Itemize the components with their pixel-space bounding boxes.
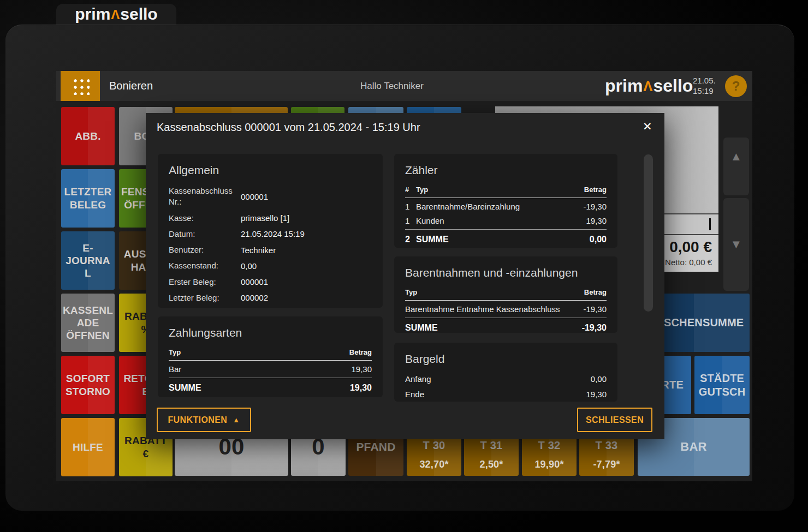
col-betrag: Betrag bbox=[584, 186, 607, 194]
row-label: Benutzer: bbox=[169, 244, 234, 255]
col-typ: Typ bbox=[416, 186, 584, 194]
info-row: Kasse: primasello [1] bbox=[169, 213, 372, 224]
app-header: Bonieren Hallo Techniker primΛsello 21.0… bbox=[56, 71, 752, 101]
logo-text-post: sello bbox=[653, 76, 693, 95]
panel-title: Zahlungsarten bbox=[169, 326, 372, 339]
dialog-title: Kassenabschluss 000001 vom 21.05.2024 - … bbox=[157, 121, 420, 134]
cell-num: 1 bbox=[405, 202, 416, 211]
col-betrag: Betrag bbox=[349, 348, 372, 356]
col-typ: Typ bbox=[405, 288, 584, 296]
sidebar-button-abb[interactable]: ABB. bbox=[61, 107, 115, 165]
panel-zaehler: Zähler # Typ Betrag 1 Barentnahme/Barein… bbox=[394, 154, 617, 248]
table-sum-row: 2 SUMME 0,00 bbox=[405, 230, 607, 244]
page-title: Bonieren bbox=[109, 80, 153, 92]
sidebar-button-kassenlade-oeffnen[interactable]: KASSENL ADE ÖFFNEN bbox=[61, 294, 115, 352]
button-label: KASSENL ADE ÖFFNEN bbox=[63, 304, 113, 342]
row-value: 19,30 bbox=[586, 390, 607, 399]
button-label: FUNKTIONEN bbox=[168, 415, 227, 425]
header-logo: primΛsello bbox=[605, 76, 693, 96]
table-label: T 30 bbox=[423, 439, 445, 452]
panel-allgemein: Allgemein Kassenabschluss Nr.: 000001 Ka… bbox=[158, 154, 383, 308]
close-icon[interactable]: ✕ bbox=[643, 120, 652, 133]
cell-betrag: -19,30 bbox=[583, 202, 607, 211]
panel-zahlungsarten: Zahlungsarten Typ Betrag Bar 19,30 SUMME… bbox=[158, 316, 383, 397]
app-logo-tab: primΛsello bbox=[56, 4, 176, 25]
button-label: E- JOURNA L bbox=[66, 242, 110, 280]
dialog-scrollbar-thumb[interactable] bbox=[644, 154, 653, 312]
scroll-up-button[interactable]: ▲ bbox=[723, 138, 749, 195]
row-value: 0,00 bbox=[591, 374, 607, 384]
button-label: LETZTER BELEG bbox=[64, 186, 112, 211]
row-value: 000001 bbox=[241, 192, 268, 201]
cell-typ: Barentnahme Entnahme Kassenabschluss bbox=[405, 304, 583, 314]
info-row: Ende 19,30 bbox=[405, 390, 607, 399]
table-amount: 2,50* bbox=[464, 459, 519, 471]
header-datetime: 21.05. 15:19 bbox=[693, 75, 720, 96]
triangle-up-icon: ▲ bbox=[233, 416, 240, 424]
panel-title: Zähler bbox=[405, 164, 607, 177]
sum-value: 0,00 bbox=[590, 235, 607, 244]
sum-label: SUMME bbox=[405, 323, 582, 333]
button-label: BAR bbox=[680, 440, 706, 455]
table-row: 1 Barentnahme/Bareinzahlung -19,30 bbox=[405, 198, 607, 212]
table-row: 1 Kunden 19,30 bbox=[405, 212, 607, 230]
table-amount: 19,90* bbox=[522, 459, 577, 471]
chevron-down-icon: ▼ bbox=[730, 237, 742, 252]
sum-label: SUMME bbox=[169, 383, 350, 393]
table-sum-row: SUMME 19,30 bbox=[169, 378, 372, 393]
row-label: Letzter Beleg: bbox=[169, 292, 234, 303]
sidebar-button-sofort-storno[interactable]: SOFORT STORNO bbox=[61, 356, 115, 414]
staedte-gutsch-button[interactable]: STÄDTE GUTSCH bbox=[694, 356, 750, 414]
col-typ: Typ bbox=[169, 348, 349, 356]
cell-num: 1 bbox=[405, 216, 416, 225]
table-label: T 32 bbox=[538, 439, 561, 452]
table-sum-row: SUMME -19,30 bbox=[405, 318, 607, 333]
table-label: T 33 bbox=[596, 439, 618, 452]
cell-typ: Kunden bbox=[416, 216, 586, 225]
info-row: Erster Beleg: 000001 bbox=[169, 277, 372, 288]
logo-text-post: sello bbox=[120, 5, 157, 23]
sum-value: -19,30 bbox=[582, 323, 607, 333]
menu-grid-icon bbox=[72, 77, 90, 95]
question-mark-icon: ? bbox=[732, 79, 740, 94]
sum-num: 2 bbox=[405, 235, 416, 244]
sum-label: SUMME bbox=[416, 235, 590, 244]
sidebar-button-letzter-beleg[interactable]: LETZTER BELEG bbox=[61, 169, 115, 228]
user-greeting: Hallo Techniker bbox=[360, 81, 424, 92]
panel-barentnahmen: Barentnahmen und -einzahlungen Typ Betra… bbox=[394, 256, 617, 333]
col-betrag: Betrag bbox=[584, 288, 607, 296]
row-value: Techniker bbox=[241, 246, 276, 255]
button-label: HILFE bbox=[73, 441, 103, 453]
info-row: Datum: 21.05.2024 15:19 bbox=[169, 229, 372, 240]
logo-triangle-icon: Λ bbox=[110, 7, 120, 22]
scroll-down-button[interactable]: ▼ bbox=[723, 198, 749, 291]
row-value: 000001 bbox=[241, 277, 268, 286]
cell-typ: Barentnahme/Bareinzahlung bbox=[416, 202, 583, 211]
sidebar-button-hilfe[interactable]: HILFE bbox=[61, 418, 115, 476]
table-amount: 32,70* bbox=[407, 459, 461, 471]
table-header: Typ Betrag bbox=[169, 348, 372, 361]
info-row: Benutzer: Techniker bbox=[169, 244, 372, 255]
button-label: SCHLIESSEN bbox=[586, 415, 644, 425]
button-label: SOFORT STORNO bbox=[66, 372, 110, 397]
row-label: Ende bbox=[405, 390, 424, 399]
button-label: STÄDTE GUTSCH bbox=[699, 372, 746, 398]
chevron-up-icon: ▲ bbox=[730, 150, 742, 164]
row-label: Kassenstand: bbox=[169, 260, 234, 271]
funktionen-button[interactable]: FUNKTIONEN ▲ bbox=[157, 408, 251, 432]
panel-title: Barentnahmen und -einzahlungen bbox=[405, 266, 607, 279]
info-row: Kassenstand: 0,00 bbox=[169, 260, 372, 271]
cell-typ: Bar bbox=[169, 364, 351, 374]
help-button[interactable]: ? bbox=[725, 75, 747, 97]
sidebar-button-e-journal[interactable]: E- JOURNA L bbox=[61, 231, 115, 290]
info-row: Anfang 0,00 bbox=[405, 374, 607, 384]
logo-text-pre: prim bbox=[605, 76, 643, 95]
menu-button[interactable] bbox=[61, 71, 100, 101]
table-label: T 31 bbox=[480, 439, 503, 452]
kassenabschluss-dialog: Kassenabschluss 000001 vom 21.05.2024 - … bbox=[146, 113, 664, 439]
schliessen-button[interactable]: SCHLIESSEN bbox=[577, 408, 652, 432]
cell-betrag: -19,30 bbox=[583, 304, 607, 314]
row-value: 0,00 bbox=[241, 261, 257, 271]
col-num: # bbox=[405, 186, 416, 194]
panel-title: Allgemein bbox=[169, 164, 372, 177]
